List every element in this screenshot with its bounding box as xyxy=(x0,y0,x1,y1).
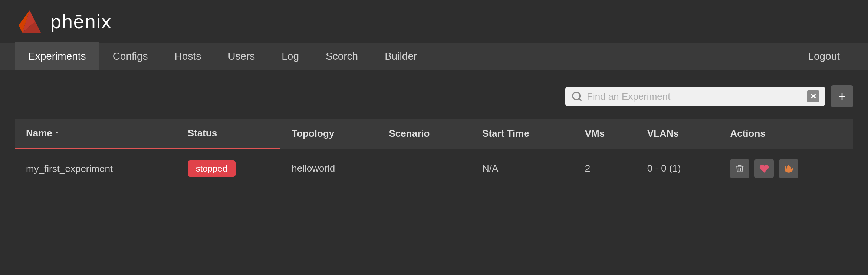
heart-icon xyxy=(759,164,769,173)
col-header-status: Status xyxy=(177,119,281,149)
table-container: Name ↑ Status Topology Scenario Start Ti… xyxy=(15,119,853,189)
cell-actions xyxy=(719,149,853,189)
search-icon xyxy=(571,91,582,102)
nav-item-builder[interactable]: Builder xyxy=(371,42,430,70)
actions-cell xyxy=(730,159,842,178)
status-badge: stopped xyxy=(188,160,236,177)
cell-name: my_first_experiment xyxy=(15,149,177,189)
experiments-table: Name ↑ Status Topology Scenario Start Ti… xyxy=(15,119,853,189)
cell-scenario xyxy=(378,149,471,189)
cell-vms: 2 xyxy=(574,149,636,189)
delete-button[interactable] xyxy=(730,159,749,178)
search-clear-button[interactable]: ✕ xyxy=(807,90,819,102)
app-name: phēnix xyxy=(50,10,112,33)
health-button[interactable] xyxy=(754,159,774,178)
nav-items: Experiments Configs Hosts Users Log Scor… xyxy=(15,42,795,70)
navbar: Experiments Configs Hosts Users Log Scor… xyxy=(0,43,868,70)
logout-button[interactable]: Logout xyxy=(795,42,853,70)
logo-container: phēnix xyxy=(15,7,112,36)
nav-item-configs[interactable]: Configs xyxy=(99,42,161,70)
col-header-topology: Topology xyxy=(280,119,378,149)
col-header-scenario: Scenario xyxy=(378,119,471,149)
cell-start-time: N/A xyxy=(471,149,574,189)
logo-icon xyxy=(15,7,45,36)
nav-item-hosts[interactable]: Hosts xyxy=(161,42,215,70)
search-container: ✕ xyxy=(565,87,825,106)
sort-arrow-icon: ↑ xyxy=(55,129,59,138)
table-row: my_first_experiment stopped helloworld N… xyxy=(15,149,853,189)
main-content: ✕ + Name ↑ Status Topology Scenario Star… xyxy=(0,70,868,204)
col-header-name: Name ↑ xyxy=(15,119,177,149)
add-experiment-button[interactable]: + xyxy=(831,85,853,107)
col-header-vlans: VLANs xyxy=(636,119,719,149)
trash-icon xyxy=(735,164,744,173)
cell-vlans: 0 - 0 (1) xyxy=(636,149,719,189)
col-header-start-time: Start Time xyxy=(471,119,574,149)
search-input[interactable] xyxy=(587,91,803,102)
header: phēnix xyxy=(0,0,868,43)
fire-button[interactable] xyxy=(779,159,798,178)
col-header-actions: Actions xyxy=(719,119,853,149)
cell-topology: helloworld xyxy=(280,149,378,189)
nav-item-log[interactable]: Log xyxy=(268,42,312,70)
nav-item-experiments[interactable]: Experiments xyxy=(15,42,99,70)
col-header-vms: VMs xyxy=(574,119,636,149)
svg-line-5 xyxy=(579,99,581,100)
search-row: ✕ + xyxy=(15,85,853,107)
cell-status: stopped xyxy=(177,149,281,189)
nav-item-users[interactable]: Users xyxy=(214,42,268,70)
nav-item-scorch[interactable]: Scorch xyxy=(312,42,371,70)
fire-icon xyxy=(784,164,793,173)
table-header-row: Name ↑ Status Topology Scenario Start Ti… xyxy=(15,119,853,149)
